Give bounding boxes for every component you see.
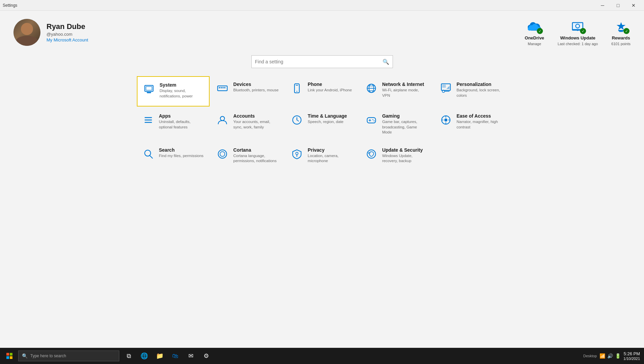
taskbar-search-box[interactable]: 🔍 Type here to search — [18, 351, 119, 361]
store-icon[interactable]: 🛍 — [168, 348, 183, 363]
windows-update-item[interactable]: ✓ Windows Update Last checked: 1 day ago — [558, 19, 598, 46]
accounts-title: Accounts — [233, 113, 279, 119]
svg-rect-21 — [442, 85, 446, 88]
network-text: Network & Internet Wi-Fi, airplane mode,… — [382, 82, 428, 98]
onedrive-sublabel: Manage — [528, 42, 541, 46]
settings-tile-ease[interactable]: Ease of Access Narrator, magnifier, high… — [434, 108, 508, 141]
phone-icon — [291, 82, 303, 94]
phone-desc: Link your Android, iPhone — [308, 88, 352, 93]
cortana-title: Cortana — [233, 147, 279, 153]
rewards-label: Rewards — [612, 35, 630, 40]
privacy-desc: Location, camera, microphone — [308, 153, 353, 164]
onedrive-icon-wrap: ✓ — [526, 19, 543, 34]
file-explorer-icon[interactable]: 📁 — [152, 348, 167, 363]
network-icon[interactable]: 📶 — [600, 353, 605, 359]
cortana-icon — [216, 148, 228, 160]
settings-tile-apps[interactable]: Apps Uninstall, defaults, optional featu… — [137, 108, 210, 141]
settings-tile-devices[interactable]: Devices Bluetooth, printers, mouse — [211, 76, 284, 107]
svg-rect-9 — [221, 87, 222, 88]
svg-line-43 — [150, 155, 152, 158]
personalization-icon — [440, 82, 452, 94]
network-title: Network & Internet — [382, 82, 428, 87]
svg-rect-11 — [224, 87, 226, 88]
taskbar-app-icons: ⧉ 🌐 📁 🛍 ✉ ⚙ — [121, 348, 214, 363]
search-title: Search — [159, 147, 204, 153]
system-icon — [143, 83, 155, 95]
search-input[interactable] — [255, 59, 382, 64]
rewards-item[interactable]: ✓ Rewards 6101 points — [611, 19, 631, 46]
windows-update-sublabel: Last checked: 1 day ago — [558, 42, 598, 46]
start-button[interactable] — [1, 348, 18, 364]
privacy-icon — [291, 148, 303, 160]
clock[interactable]: 5:26 PM 1/10/2021 — [623, 351, 640, 361]
svg-rect-52 — [10, 356, 12, 359]
svg-rect-49 — [6, 353, 9, 356]
search-box[interactable]: 🔍 — [251, 55, 393, 68]
update-security-desc: Windows Update, recovery, backup — [382, 153, 428, 164]
settings-tile-phone[interactable]: Phone Link your Android, iPhone — [285, 76, 359, 107]
profile-info: Ryan Dube @yahoo.com My Microsoft Accoun… — [47, 22, 88, 42]
rewards-check: ✓ — [623, 28, 630, 34]
close-button[interactable]: ✕ — [626, 0, 641, 11]
window-controls: ─ □ ✕ — [595, 0, 641, 11]
settings-tile-cortana[interactable]: Cortana Cortana language, permissions, n… — [211, 142, 284, 172]
settings-tile-privacy[interactable]: Privacy Location, camera, microphone — [285, 142, 359, 172]
svg-point-37 — [444, 119, 447, 122]
svg-rect-51 — [6, 356, 9, 359]
microsoft-account-link[interactable]: My Microsoft Account — [47, 37, 88, 42]
apps-desc: Uninstall, defaults, optional features — [159, 119, 205, 130]
svg-point-13 — [297, 91, 298, 92]
cortana-text: Cortana Cortana language, permissions, n… — [233, 147, 279, 164]
settings-tile-accounts[interactable]: Accounts Your accounts, email, sync, wor… — [211, 108, 284, 141]
network-desc: Wi-Fi, airplane mode, VPN — [382, 88, 428, 98]
search-icon[interactable]: 🔍 — [382, 59, 389, 65]
volume-icon[interactable]: 🔊 — [607, 353, 613, 359]
taskbar-search-placeholder: Type here to search — [30, 354, 66, 358]
settings-tile-search[interactable]: Search Find my files, permissions — [137, 142, 210, 172]
settings-tile-system[interactable]: System Display, sound, notifications, po… — [137, 76, 210, 107]
svg-rect-4 — [619, 31, 623, 32]
settings-tile-personalization[interactable]: Personalization Background, lock screen,… — [434, 76, 508, 107]
maximize-button[interactable]: □ — [610, 0, 626, 11]
time-desc: Speech, region, date — [308, 119, 347, 125]
search-desc: Find my files, permissions — [159, 153, 204, 159]
ease-desc: Narrator, magnifier, high contrast — [457, 119, 502, 130]
cortana-desc: Cortana language, permissions, notificat… — [233, 153, 279, 164]
settings-tile-network[interactable]: Network & Internet Wi-Fi, airplane mode,… — [360, 76, 433, 107]
profile-left: Ryan Dube @yahoo.com My Microsoft Accoun… — [13, 19, 88, 46]
update-security-text: Update & Security Windows Update, recove… — [382, 147, 428, 164]
ease-icon — [440, 114, 452, 126]
settings-tile-gaming[interactable]: Gaming Game bar, captures, broadcasting,… — [360, 108, 433, 141]
svg-point-27 — [220, 116, 224, 120]
settings-taskbar-icon[interactable]: ⚙ — [199, 348, 214, 363]
settings-tile-time[interactable]: Time & Language Speech, region, date — [285, 108, 359, 141]
ease-title: Ease of Access — [457, 113, 502, 119]
edge-icon[interactable]: 🌐 — [137, 348, 152, 363]
gaming-icon — [365, 114, 377, 126]
apps-icon — [142, 114, 154, 126]
taskbar-right: Desktop 📶 🔊 🔋 5:26 PM 1/10/2021 — [583, 351, 643, 361]
svg-rect-50 — [10, 353, 12, 356]
profile-name: Ryan Dube — [47, 22, 88, 31]
search-text: Search Find my files, permissions — [159, 147, 204, 159]
settings-window: Ryan Dube @yahoo.com My Microsoft Accoun… — [0, 11, 644, 364]
system-text: System Display, sound, notifications, po… — [160, 82, 204, 99]
privacy-title: Privacy — [308, 147, 353, 153]
windows-logo-icon — [6, 353, 12, 359]
phone-text: Phone Link your Android, iPhone — [308, 82, 352, 93]
phone-title: Phone — [308, 82, 352, 87]
battery-icon[interactable]: 🔋 — [615, 353, 621, 359]
svg-rect-10 — [222, 87, 224, 88]
mail-icon[interactable]: ✉ — [183, 348, 198, 363]
svg-rect-7 — [218, 86, 227, 91]
minimize-button[interactable]: ─ — [595, 0, 610, 11]
system-title: System — [160, 82, 204, 88]
avatar — [13, 19, 40, 46]
task-view-button[interactable]: ⧉ — [121, 348, 136, 363]
time-text: Time & Language Speech, region, date — [308, 113, 347, 125]
onedrive-item[interactable]: ✓ OneDrive Manage — [525, 19, 544, 46]
search-section: 🔍 — [13, 55, 631, 68]
svg-point-35 — [374, 120, 375, 121]
settings-tile-update-security[interactable]: Update & Security Windows Update, recove… — [360, 142, 433, 172]
avatar-image — [13, 19, 40, 46]
